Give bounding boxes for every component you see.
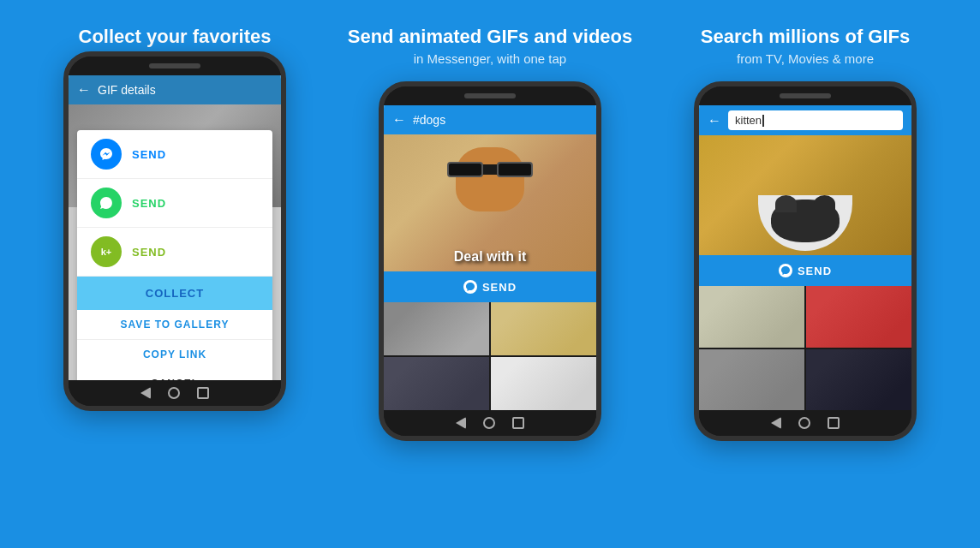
share-item-messenger[interactable]: SEND (77, 130, 272, 179)
messenger-send-icon (463, 280, 477, 294)
home-nav-icon[interactable] (168, 387, 180, 399)
share-sheet: SEND SEND (77, 130, 272, 380)
sunglasses (451, 164, 529, 175)
phone2-screen: ← #dogs Deal with it (384, 105, 596, 410)
cat-thumbnail-1[interactable] (699, 286, 804, 348)
save-gallery-label: SAVE TO GALLERY (121, 319, 230, 331)
panel1-title: Collect your favorites (79, 26, 272, 48)
back-arrow-icon[interactable]: ← (77, 82, 91, 98)
gif-thumbnail-1[interactable] (384, 302, 489, 355)
phone3-back-icon[interactable]: ← (708, 113, 721, 128)
cat-thumbnail-2[interactable] (806, 286, 911, 348)
cat-thumbnail-4[interactable] (806, 349, 911, 411)
cancel-button[interactable]: CANCEL (77, 369, 272, 380)
search-value: kitten (735, 114, 762, 127)
panel2-title: Send animated GIFs and videos (348, 26, 633, 48)
phone1-content: SEND SEND (69, 104, 281, 380)
panel-collect: Collect your favorites ← GIF details (29, 26, 320, 411)
phone2-speaker (464, 93, 516, 98)
main-gif-dogs: Deal with it (384, 134, 596, 271)
panel-send: Send animated GIFs and videos in Messeng… (344, 26, 636, 441)
doge-face (456, 147, 524, 211)
phone2-header: ← #dogs (384, 105, 596, 134)
back-nav-icon-2[interactable] (456, 417, 466, 429)
phone1-header-title: GIF details (98, 83, 156, 97)
whatsapp-icon (91, 188, 122, 218)
phone3-speaker (780, 93, 831, 98)
kik-send-label: SEND (132, 246, 166, 259)
phone1-header: ← GIF details (69, 75, 281, 104)
cat-head1 (775, 195, 797, 212)
phone2-content: Deal with it SEND (384, 134, 596, 410)
main-container: Collect your favorites ← GIF details (0, 0, 980, 548)
cat-thumbnail-3[interactable] (699, 349, 804, 411)
phone3-top-bar (699, 86, 911, 105)
phone1-bottom-bar (69, 380, 281, 406)
gif-grid-cats (699, 286, 911, 410)
phone1-screen: ← GIF details (69, 75, 281, 380)
kik-icon: k+ (91, 236, 122, 267)
phone3-content: SEND (699, 135, 911, 410)
send-label-2: SEND (482, 281, 517, 294)
phone2-back-icon[interactable]: ← (392, 112, 406, 128)
send-label-3: SEND (798, 265, 832, 277)
save-gallery-button[interactable]: SAVE TO GALLERY (77, 310, 272, 340)
svg-text:k+: k+ (101, 247, 112, 257)
whatsapp-send-label: SEND (132, 197, 166, 210)
phone3-screen: ← kitten (699, 105, 911, 410)
share-item-whatsapp[interactable]: SEND (77, 179, 272, 228)
phone-3: ← kitten (694, 81, 917, 441)
phone2-header-title: #dogs (413, 113, 445, 127)
phone-2: ← #dogs Deal with it (379, 81, 601, 441)
share-item-kik[interactable]: k+ SEND (77, 228, 272, 277)
phone1-speaker (149, 63, 200, 68)
gif-thumbnail-3[interactable] (384, 357, 489, 410)
phone-1: ← GIF details (63, 51, 286, 411)
phone3-bottom-bar (699, 410, 911, 436)
recents-nav-icon[interactable] (197, 387, 209, 399)
search-input-box[interactable]: kitten (728, 110, 903, 130)
messenger-icon (91, 139, 122, 170)
cat-bowl (758, 195, 852, 251)
phone2-bottom-bar (384, 410, 596, 436)
doge-text: Deal with it (454, 249, 526, 265)
cancel-label: CANCEL (151, 378, 199, 380)
gif-thumbnail-4[interactable] (491, 357, 596, 410)
gif-grid-dogs (384, 302, 596, 410)
phone3-header: ← kitten (699, 105, 911, 135)
panel3-title: Search millions of GIFs (701, 26, 911, 48)
search-cursor (762, 115, 764, 127)
home-nav-icon-3[interactable] (798, 417, 810, 429)
panel-search: Search millions of GIFs from TV, Movies … (660, 26, 951, 441)
gif-thumbnail-2[interactable] (491, 302, 596, 355)
collect-button[interactable]: COLLECT (77, 277, 272, 310)
copy-link-button[interactable]: COPY LINK (77, 340, 272, 369)
panel2-subtitle: in Messenger, with one tap (414, 51, 566, 66)
messenger-send-label: SEND (132, 148, 166, 161)
cat-head2 (814, 195, 835, 212)
send-button-3[interactable]: SEND (699, 255, 911, 286)
copy-link-label: COPY LINK (143, 348, 206, 360)
back-nav-icon[interactable] (140, 387, 151, 399)
phone2-top-bar (384, 86, 596, 105)
messenger-send-icon-3 (779, 264, 792, 277)
collect-label: COLLECT (146, 287, 204, 300)
main-gif-cats (699, 135, 911, 255)
phone1-top-bar (69, 57, 281, 75)
send-button-2[interactable]: SEND (384, 271, 596, 302)
panel3-subtitle: from TV, Movies & more (737, 51, 874, 66)
recents-nav-icon-3[interactable] (828, 417, 840, 429)
back-nav-icon-3[interactable] (771, 417, 781, 429)
recents-nav-icon-2[interactable] (512, 417, 524, 429)
home-nav-icon-2[interactable] (483, 417, 495, 429)
